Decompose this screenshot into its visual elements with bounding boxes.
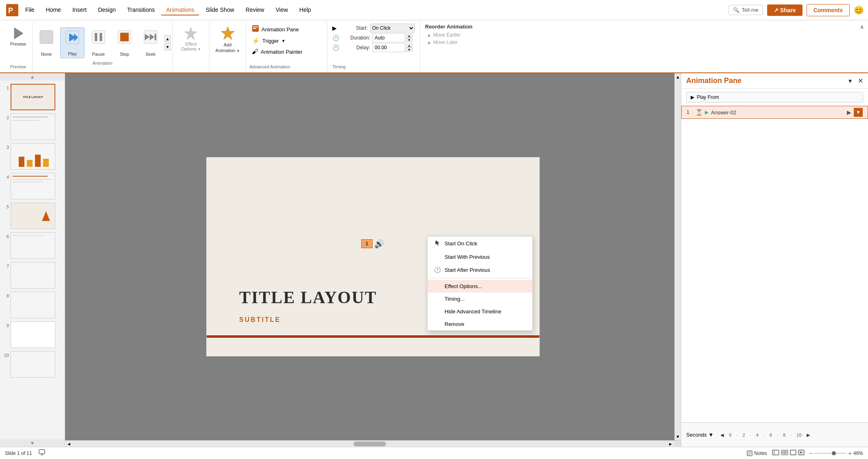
dropdown-start-with-previous[interactable]: Start With Previous [427,251,532,263]
svg-marker-16 [185,27,197,39]
duration-down[interactable]: ▼ [406,38,412,42]
anim-dropdown-btn-1[interactable]: ▼ [854,108,863,117]
play-button[interactable]: Play [60,27,85,58]
svg-marker-17 [221,27,234,39]
ribbon-collapse[interactable]: ∧ [860,22,864,71]
start-select[interactable]: On Click With Previous After Previous [370,24,415,33]
canvas-hscroll: ◄ ► [65,440,681,447]
dropdown-hide-timeline[interactable]: Hide Advanced Timeline [427,305,532,318]
status-bar: Slide 1 of 11 Notes [0,447,868,459]
add-animation-button[interactable]: Add Animation ▼ [213,24,242,55]
anim-item-1[interactable]: 1 ⏳ ▶ Answer-02 ▶ ▼ [681,106,868,119]
mark-6: 6 [770,433,772,437]
svg-rect-20 [253,28,256,29]
comments-button[interactable]: Comments [807,4,850,16]
animation-painter-button[interactable]: 🖌 Animation Painter [249,47,324,57]
delay-up[interactable]: ▲ [406,44,412,48]
hscroll-thumb[interactable] [353,442,386,446]
hscroll-corner[interactable] [674,441,681,447]
preview-button[interactable]: Preview [8,24,29,48]
slide-thumb-4[interactable]: 4 [2,172,63,200]
slide-sorter-btn[interactable] [781,450,788,457]
effect-options-label2: Options ▼ [181,46,201,51]
menu-insert[interactable]: Insert [68,5,92,15]
slide-thumb-5[interactable]: 5 [2,202,63,230]
menu-animations[interactable]: Animations [161,5,199,15]
duration-up[interactable]: ▲ [406,34,412,38]
dropdown-timing[interactable]: Timing... [427,293,532,305]
timeline-prev-btn[interactable]: ◄ [717,431,727,439]
menu-view[interactable]: View [271,5,293,15]
anim-pane-dropdown-btn[interactable]: ▼ [847,78,853,84]
mark-sep-2: · [750,433,751,437]
delay-down[interactable]: ▼ [406,48,412,52]
normal-view-btn[interactable] [772,450,779,457]
start-label: Start: [339,25,368,31]
slide-thumb-6[interactable]: 6 [2,232,63,260]
animation-pane-icon [252,25,259,34]
anim-pane-close-btn[interactable]: ✕ [858,77,863,85]
zoom-out-btn[interactable]: − [809,450,813,457]
move-earlier-button[interactable]: ▲ Move Earlier [425,31,473,39]
slide-subtitle: SUBTITLE [239,316,281,323]
hscroll-right[interactable]: ► [667,442,674,446]
timeline-next-btn[interactable]: ► [803,431,814,439]
slide-thumb-7[interactable]: 7 [2,261,63,289]
dropdown-effect-options[interactable]: Effect Options... [427,280,532,293]
none-button[interactable]: None [34,27,59,58]
seconds-dropdown[interactable]: Seconds ▼ [686,432,713,438]
slide-thumb-2[interactable]: 2 [2,113,63,141]
dropdown-start-after-previous[interactable]: 🕐 Start After Previous [427,263,532,276]
slide-thumb-9[interactable]: 9 [2,321,63,349]
slide-img-1: TITLE LAYOUT [11,84,55,110]
svg-rect-21 [19,157,24,167]
none-icon [38,29,55,45]
dropdown-start-on-click[interactable]: Start On Click [427,236,532,251]
share-button[interactable]: ↗ Share [767,4,803,16]
zoom-in-btn[interactable]: + [848,450,852,457]
menu-review[interactable]: Review [241,5,269,15]
vscroll-down[interactable]: ▼ [674,433,681,440]
pause-button[interactable]: Pause [86,27,111,58]
notes-button[interactable]: Notes [747,450,767,456]
slide-thumb-10[interactable]: 10 [2,350,63,378]
menu-slideshow[interactable]: Slide Show [201,5,239,15]
ribbon-group-preview: Preview Preview [4,22,33,71]
hscroll-left[interactable]: ◄ [65,442,73,446]
seek-button[interactable]: Seek [138,27,163,58]
menu-help[interactable]: Help [294,5,316,15]
stop-button[interactable]: Stop [112,27,137,58]
canvas-inner: ▲ ▼ 1 🔊 TITLE LAYOUT SUB [65,73,681,440]
slide-thumb-8[interactable]: 8 [2,291,63,319]
svg-rect-24 [43,159,49,167]
ribbon-group-effect-options: Effect Options ▼ [173,22,209,71]
scroll-down-btn[interactable]: ▼ [164,43,171,50]
slideshow-btn[interactable] [798,450,805,457]
play-from-button[interactable]: ▶ Play From [686,92,863,103]
vscroll-up[interactable]: ▲ [674,73,681,81]
svg-rect-36 [785,450,788,452]
menu-transitions[interactable]: Transitions [122,5,160,15]
delay-input[interactable] [373,43,405,52]
effect-options-button[interactable]: Effect Options ▼ [178,24,204,53]
speaker-icon: 🔊 [374,239,384,249]
move-later-button[interactable]: ▲ Move Later [425,39,473,46]
duration-input[interactable] [373,33,405,42]
slide-scroll-down[interactable]: ▼ [0,439,65,447]
tell-me-search[interactable]: 🔍 Tell me [728,5,763,15]
slide-scroll-up[interactable]: ▲ [0,73,65,81]
trigger-button[interactable]: ⚡ Trigger ▼ [249,36,324,46]
svg-rect-11 [120,33,129,41]
reading-view-btn[interactable] [790,450,796,457]
menu-home[interactable]: Home [41,5,66,15]
slide-thumb-3[interactable]: 3 [2,142,63,170]
scroll-up-btn[interactable]: ▲ [164,35,171,42]
dropdown-remove[interactable]: Remove [427,318,532,330]
menu-file[interactable]: File [20,5,39,15]
animation-pane-button[interactable]: Animation Pane [249,24,324,35]
slide-thumb-1[interactable]: 1 TITLE LAYOUT [2,83,63,111]
seconds-label: Seconds [686,432,707,438]
slide-img-2 [11,114,55,140]
zoom-thumb[interactable] [832,451,836,455]
menu-design[interactable]: Design [93,5,121,15]
